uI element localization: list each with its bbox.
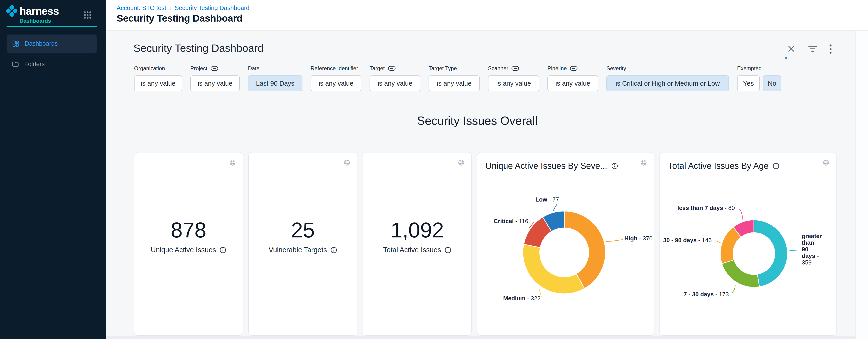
dashboard-title: Security Testing Dashboard (133, 42, 264, 54)
filter-chip-target[interactable]: is any value (370, 76, 421, 91)
chevron-right-icon: › (169, 5, 172, 11)
filter-label: Pipeline (548, 65, 567, 72)
globe-icon[interactable] (229, 159, 236, 167)
page-title: Security Testing Dashboard (117, 13, 243, 24)
filter-severity: Severityis Critical or High or Medium or… (607, 65, 729, 91)
filter-chip-pipeline[interactable]: is any value (548, 76, 598, 91)
scroll-gutter[interactable] (856, 31, 868, 339)
filter-chip-project[interactable]: is any value (190, 76, 240, 91)
metric-card-unique-active-issues: 878 Unique Active Issues (134, 152, 243, 336)
sidebar-item-folders[interactable]: Folders (7, 55, 97, 73)
filter-target: Target is any value (370, 65, 421, 91)
kebab-menu-icon[interactable] (829, 44, 832, 55)
globe-icon[interactable] (458, 159, 465, 167)
donut-segment-greater-than-90-days[interactable] (754, 220, 787, 287)
metric-value: 878 (134, 220, 243, 241)
metric-label: Unique Active Issues (151, 246, 216, 254)
breadcrumb-account-link[interactable]: Account: STO test (117, 4, 166, 11)
dashboards-icon (12, 40, 19, 47)
donut-label-low: Low - 77 (535, 196, 559, 203)
filter-label: Severity (607, 65, 626, 72)
brand-name: harness (20, 6, 59, 16)
metric-card-total-active-issues: 1,092 Total Active Issues (363, 152, 472, 336)
metric-value: 25 (249, 220, 357, 241)
section-title: Security Issues Overall (106, 114, 849, 128)
exempted-no-button[interactable]: No (763, 76, 781, 91)
link-icon (388, 66, 396, 71)
callout-line-greater-than-90-days (789, 250, 801, 251)
filter-chip-target-type[interactable]: is any value (429, 76, 480, 91)
harness-logo[interactable]: harness (7, 4, 59, 17)
sidebar-item-label: Dashboards (25, 40, 58, 47)
donut-label-30-90-days: 30 - 90 days - 146 (663, 237, 712, 244)
filter-date: DateLast 90 Days (248, 65, 302, 91)
sidebar: harness Dashboards Dashboards Folders (0, 0, 106, 339)
donut-segment-medium[interactable] (523, 244, 585, 294)
metric-card-vulnerable-targets: 25 Vulnerable Targets (248, 152, 357, 336)
donut-label-medium: Medium - 322 (503, 295, 540, 302)
filter-target-type: Target Typeis any value (429, 65, 480, 91)
product-name: Dashboards (20, 18, 51, 24)
donut-chart[interactable] (477, 152, 654, 335)
donut-label-7-30-days: 7 - 30 days - 173 (684, 291, 729, 298)
callout-line-low (553, 204, 557, 211)
breadcrumb-dashboard-link[interactable]: Security Testing Dashboard (175, 4, 250, 11)
app-grid-icon[interactable] (84, 11, 92, 19)
breadcrumb: Account: STO test › Security Testing Das… (117, 4, 250, 11)
metric-value: 1,092 (363, 220, 471, 241)
donut-label-less-than-7-days: less than 7 days - 80 (677, 205, 735, 211)
sidebar-divider (7, 26, 97, 27)
donut-label-greater-than-90-days: greater than 90 days - 359 (802, 233, 822, 266)
info-icon[interactable] (331, 247, 337, 253)
filter-label: Reference Identifier (311, 65, 358, 72)
filter-icon[interactable] (808, 46, 817, 54)
link-icon (512, 66, 519, 71)
folder-icon (12, 61, 19, 67)
sidebar-item-label: Folders (24, 61, 45, 68)
filter-label: Scanner (488, 65, 508, 72)
chart-card-total-active-issues-by-age: Total Active Issues By Age greater than … (659, 152, 836, 336)
filter-project: Project is any value (190, 65, 240, 91)
harness-logo-icon (5, 4, 19, 18)
filter-pipeline: Pipeline is any value (548, 65, 598, 91)
filter-label: Target Type (429, 65, 457, 72)
filter-label: Exempted (737, 65, 762, 72)
callout-line-less-than-7-days (740, 209, 742, 220)
page-header: Account: STO test › Security Testing Das… (106, 0, 868, 31)
link-icon (211, 66, 218, 71)
info-icon[interactable] (220, 247, 226, 253)
filter-exempted: ExemptedYesNo (737, 65, 781, 91)
donut-label-high: High - 370 (624, 235, 652, 242)
filter-chip-reference-identifier[interactable]: is any value (311, 76, 362, 91)
filter-reference-identifier: Reference Identifieris any value (311, 65, 362, 91)
metric-label: Total Active Issues (383, 246, 441, 254)
callout-line-30-90-days (716, 241, 720, 243)
sidebar-item-dashboards[interactable]: Dashboards (7, 34, 97, 53)
donut-segment-7-30-days[interactable] (722, 260, 760, 287)
filter-chip-severity[interactable]: is Critical or High or Medium or Low (607, 76, 729, 91)
filter-label: Target (370, 65, 385, 72)
cards-row: 878 Unique Active Issues 25 Vulnerable T… (134, 152, 836, 336)
filter-label: Date (248, 65, 259, 72)
filter-label: Organization (134, 65, 165, 72)
metric-label: Vulnerable Targets (269, 246, 327, 254)
filter-label: Project (190, 65, 207, 72)
dashboard-content: Security Testing Dashboard Organizationi… (106, 31, 868, 339)
chart-card-unique-active-issues-by-severity: Unique Active Issues By Seve... High - 3… (477, 152, 654, 336)
info-icon[interactable] (445, 247, 451, 253)
filter-chip-scanner[interactable]: is any value (488, 76, 539, 91)
filter-organization: Organizationis any value (134, 65, 182, 91)
globe-icon[interactable] (343, 159, 350, 167)
donut-label-critical: Critical - 116 (494, 218, 528, 225)
filter-chip-date[interactable]: Last 90 Days (248, 76, 302, 91)
filter-chip-organization[interactable]: is any value (134, 76, 182, 91)
bottom-scroll-track[interactable] (106, 336, 856, 339)
exempted-yes-button[interactable]: Yes (737, 76, 760, 91)
close-icon[interactable] (787, 45, 796, 54)
filter-scanner: Scanner is any value (488, 65, 539, 91)
sidebar-nav: Dashboards Folders (7, 34, 97, 73)
link-icon (570, 66, 578, 71)
callout-line-7-30-days (732, 285, 735, 293)
filter-bar: Organizationis any valueProject is any v… (134, 65, 781, 91)
callout-line-high (606, 239, 623, 242)
